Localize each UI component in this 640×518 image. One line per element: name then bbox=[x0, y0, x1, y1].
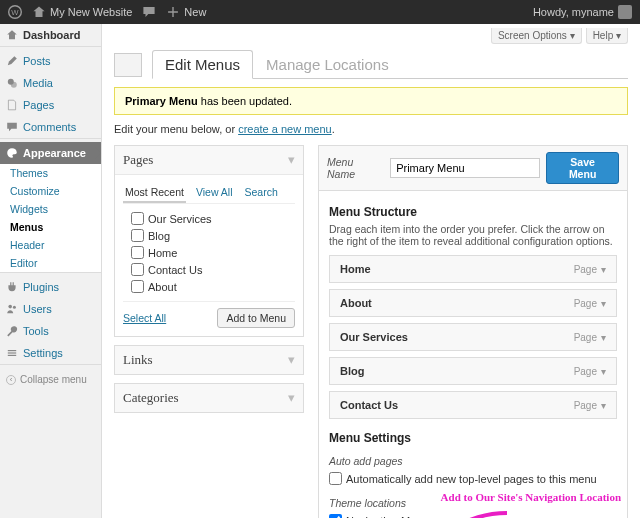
create-new-menu-link[interactable]: create a new menu bbox=[238, 123, 332, 135]
sidebar-posts[interactable]: Posts bbox=[0, 50, 101, 72]
screen-icon bbox=[114, 53, 142, 77]
menu-item[interactable]: Contact UsPage▾ bbox=[329, 391, 617, 419]
collapse-menu[interactable]: ‹Collapse menu bbox=[0, 368, 101, 391]
sidebar-settings[interactable]: Settings bbox=[0, 342, 101, 364]
svg-rect-7 bbox=[8, 352, 16, 353]
update-notice: Primary Menu has been updated. bbox=[114, 87, 628, 115]
avatar bbox=[618, 5, 632, 19]
svg-point-3 bbox=[11, 82, 17, 88]
navigation-menu-checkbox[interactable] bbox=[329, 514, 342, 518]
site-name: My New Website bbox=[50, 6, 132, 18]
wp-logo[interactable]: W bbox=[8, 5, 22, 19]
save-menu-top-button[interactable]: Save Menu bbox=[546, 152, 619, 184]
tab-manage-locations[interactable]: Manage Locations bbox=[253, 50, 402, 79]
metabox-categories: Categories▾ bbox=[114, 383, 304, 413]
sub-themes[interactable]: Themes bbox=[0, 164, 101, 182]
site-name-link[interactable]: My New Website bbox=[32, 5, 132, 19]
svg-point-5 bbox=[13, 306, 16, 309]
chevron-down-icon: ▾ bbox=[601, 400, 606, 411]
chevron-down-icon: ▾ bbox=[288, 390, 295, 406]
svg-text:W: W bbox=[11, 8, 19, 17]
auto-add-label: Auto add pages bbox=[329, 455, 617, 467]
intro-text: Edit your menu below, or create a new me… bbox=[114, 123, 628, 135]
sub-widgets[interactable]: Widgets bbox=[0, 200, 101, 218]
auto-add-checkbox[interactable] bbox=[329, 472, 342, 485]
sidebar-users[interactable]: Users bbox=[0, 298, 101, 320]
auto-add-checkbox-row[interactable]: Automatically add new top-level pages to… bbox=[329, 470, 617, 487]
menu-structure-desc: Drag each item into the order you prefer… bbox=[329, 223, 617, 247]
theme-locations-label: Theme locations bbox=[329, 497, 617, 509]
admin-bar: W My New Website New Howdy, myname bbox=[0, 0, 640, 24]
svg-rect-6 bbox=[8, 350, 16, 351]
help-toggle[interactable]: Help ▾ bbox=[586, 28, 628, 44]
metabox-pages: Pages▾ Most Recent View All Search Our S… bbox=[114, 145, 304, 337]
sub-menus[interactable]: Menus bbox=[0, 218, 101, 236]
menu-structure-heading: Menu Structure bbox=[329, 205, 617, 219]
chevron-down-icon: ▾ bbox=[288, 352, 295, 368]
sidebar-dashboard[interactable]: Dashboard bbox=[0, 24, 101, 46]
menu-item[interactable]: AboutPage▾ bbox=[329, 289, 617, 317]
sidebar-plugins[interactable]: Plugins bbox=[0, 276, 101, 298]
navigation-menu-checkbox-row[interactable]: Navigation Menu bbox=[329, 512, 617, 518]
metabox-links: Links▾ bbox=[114, 345, 304, 375]
howdy[interactable]: Howdy, myname bbox=[533, 5, 632, 19]
main-content: Screen Options ▾ Help ▾ Edit Menus Manag… bbox=[102, 24, 640, 518]
menu-item[interactable]: Our ServicesPage▾ bbox=[329, 323, 617, 351]
nav-tabs: Edit Menus Manage Locations bbox=[152, 50, 628, 79]
sidebar-media[interactable]: Media bbox=[0, 72, 101, 94]
tab-edit-menus[interactable]: Edit Menus bbox=[152, 50, 253, 79]
chevron-down-icon: ▾ bbox=[601, 366, 606, 377]
admin-sidebar: Dashboard Posts Media Pages Comments App… bbox=[0, 24, 102, 518]
subtab-recent[interactable]: Most Recent bbox=[123, 183, 186, 203]
menu-settings-heading: Menu Settings bbox=[329, 431, 617, 445]
sidebar-appearance[interactable]: Appearance bbox=[0, 142, 101, 164]
metabox-pages-toggle[interactable]: Pages▾ bbox=[115, 146, 303, 174]
screen-options-toggle[interactable]: Screen Options ▾ bbox=[491, 28, 582, 44]
subtab-viewall[interactable]: View All bbox=[194, 183, 235, 203]
new-content[interactable]: New bbox=[166, 5, 206, 19]
menu-item[interactable]: BlogPage▾ bbox=[329, 357, 617, 385]
sidebar-tools[interactable]: Tools bbox=[0, 320, 101, 342]
select-all-link[interactable]: Select All bbox=[123, 312, 166, 324]
page-check-contact[interactable]: Contact Us bbox=[123, 261, 295, 278]
sidebar-comments[interactable]: Comments bbox=[0, 116, 101, 138]
sub-editor[interactable]: Editor bbox=[0, 254, 101, 272]
chevron-down-icon: ▾ bbox=[288, 152, 295, 168]
chevron-down-icon: ▾ bbox=[601, 332, 606, 343]
page-check-home[interactable]: Home bbox=[123, 244, 295, 261]
page-check-about[interactable]: About bbox=[123, 278, 295, 295]
menu-name-label: Menu Name bbox=[327, 156, 384, 180]
sidebar-pages[interactable]: Pages bbox=[0, 94, 101, 116]
sub-customize[interactable]: Customize bbox=[0, 182, 101, 200]
page-check-blog[interactable]: Blog bbox=[123, 227, 295, 244]
page-check-our-services[interactable]: Our Services bbox=[123, 210, 295, 227]
subtab-search[interactable]: Search bbox=[243, 183, 280, 203]
comments-bubble[interactable] bbox=[142, 5, 156, 19]
svg-rect-8 bbox=[8, 355, 16, 356]
menu-item[interactable]: HomePage▾ bbox=[329, 255, 617, 283]
menu-name-input[interactable] bbox=[390, 158, 540, 178]
menu-edit-panel: Menu Name Save Menu Menu Structure Drag … bbox=[318, 145, 628, 518]
sub-header[interactable]: Header bbox=[0, 236, 101, 254]
svg-point-4 bbox=[8, 305, 12, 309]
metabox-links-toggle[interactable]: Links▾ bbox=[115, 346, 303, 374]
metabox-categories-toggle[interactable]: Categories▾ bbox=[115, 384, 303, 412]
chevron-down-icon: ▾ bbox=[601, 298, 606, 309]
chevron-down-icon: ▾ bbox=[601, 264, 606, 275]
add-to-menu-button[interactable]: Add to Menu bbox=[217, 308, 295, 328]
